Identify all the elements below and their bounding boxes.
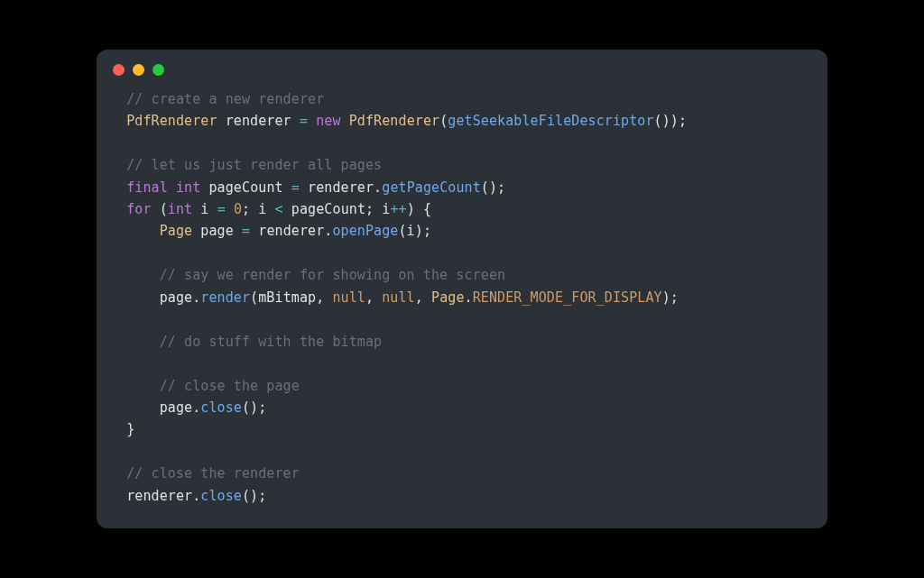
code-token: close xyxy=(200,399,242,416)
code-line: page.close(); xyxy=(118,397,806,418)
code-token: renderer xyxy=(217,113,300,129)
code-token: getPageCount xyxy=(382,179,481,196)
code-token: PdfRenderer xyxy=(349,113,439,129)
code-line: // create a new renderer xyxy=(118,88,806,110)
code-token: // say we render for showing on the scre… xyxy=(118,267,505,283)
code-token: new xyxy=(316,113,340,129)
code-token: final xyxy=(126,179,168,196)
code-token: ( xyxy=(439,113,448,129)
code-token: // close the page xyxy=(118,378,300,394)
code-token: < xyxy=(275,201,283,217)
code-token xyxy=(308,113,316,129)
code-token: = xyxy=(300,113,308,129)
code-token: ) { xyxy=(407,201,431,217)
code-line: final int pageCount = renderer.getPageCo… xyxy=(118,177,806,198)
code-line xyxy=(118,243,806,264)
code-line: renderer.close(); xyxy=(118,485,806,507)
code-token xyxy=(226,201,234,217)
code-token: Page xyxy=(118,223,192,239)
code-token: // create a new renderer xyxy=(118,91,324,107)
window-titlebar xyxy=(97,50,827,85)
code-line: // let us just render all pages xyxy=(118,154,806,176)
code-token: close xyxy=(200,488,242,504)
code-token: null xyxy=(332,289,365,306)
code-token: ( xyxy=(152,201,168,217)
code-token: = xyxy=(291,179,300,196)
code-token: Page xyxy=(431,289,465,306)
code-token: 0 xyxy=(234,201,242,217)
code-token xyxy=(341,113,349,129)
window-close-icon[interactable] xyxy=(113,64,125,76)
code-token: (i); xyxy=(398,223,431,239)
code-token: page. xyxy=(118,289,200,306)
code-token xyxy=(168,179,176,196)
code-token: (mBitmap, xyxy=(250,289,332,306)
code-token: // let us just render all pages xyxy=(118,157,382,173)
code-token: (); xyxy=(242,399,266,416)
code-token: ()); xyxy=(654,113,688,129)
code-line: // close the page xyxy=(118,375,806,397)
code-token: renderer. xyxy=(118,488,200,504)
code-token: ; i xyxy=(242,201,275,217)
code-line: for (int i = 0; i < pageCount; i++) { xyxy=(118,198,806,220)
code-token: pageCount; i xyxy=(283,201,391,217)
code-token: (); xyxy=(481,179,505,196)
code-token: // do stuff with the bitmap xyxy=(118,334,382,350)
code-token: RENDER_MODE_FOR_DISPLAY xyxy=(473,289,662,306)
code-token: page. xyxy=(118,399,200,416)
code-token: getSeekableFileDescriptor xyxy=(448,113,653,129)
code-area: // create a new renderer PdfRenderer ren… xyxy=(97,85,827,521)
code-token: render xyxy=(200,289,250,306)
code-token: i xyxy=(192,201,217,217)
code-line xyxy=(118,133,806,154)
code-token: renderer. xyxy=(250,223,332,239)
code-token: , xyxy=(415,289,431,306)
code-line: } xyxy=(118,418,806,440)
code-token: ++ xyxy=(390,201,406,217)
code-line xyxy=(118,353,806,374)
code-line: PdfRenderer renderer = new PdfRenderer(g… xyxy=(118,110,806,132)
code-line: page.render(mBitmap, null, null, Page.RE… xyxy=(118,287,806,308)
window-maximize-icon[interactable] xyxy=(152,64,164,76)
code-token: = xyxy=(217,201,226,217)
code-token: pageCount xyxy=(200,179,291,196)
code-line xyxy=(118,308,806,330)
editor-window: // create a new renderer PdfRenderer ren… xyxy=(97,50,827,528)
code-line: // close the renderer xyxy=(118,463,806,484)
code-token: for xyxy=(126,201,151,217)
code-token: // close the renderer xyxy=(118,465,300,482)
code-token: = xyxy=(242,223,250,239)
code-line: Page page = renderer.openPage(i); xyxy=(118,220,806,242)
code-token: int xyxy=(176,179,200,196)
code-line xyxy=(118,441,806,463)
code-token xyxy=(118,201,126,217)
code-line: // say we render for showing on the scre… xyxy=(118,264,806,286)
code-token: page xyxy=(192,223,242,239)
code-token: ); xyxy=(662,289,679,306)
code-token: openPage xyxy=(332,223,398,239)
code-token: int xyxy=(168,201,192,217)
code-token: , xyxy=(365,289,382,306)
code-token: PdfRenderer xyxy=(118,113,217,129)
code-token: . xyxy=(465,289,473,306)
code-token: } xyxy=(118,421,134,437)
code-token: renderer. xyxy=(300,179,382,196)
code-token xyxy=(118,179,126,196)
code-line: // do stuff with the bitmap xyxy=(118,331,806,353)
code-token: null xyxy=(382,289,415,306)
code-token: (); xyxy=(242,488,266,504)
window-minimize-icon[interactable] xyxy=(133,64,144,76)
